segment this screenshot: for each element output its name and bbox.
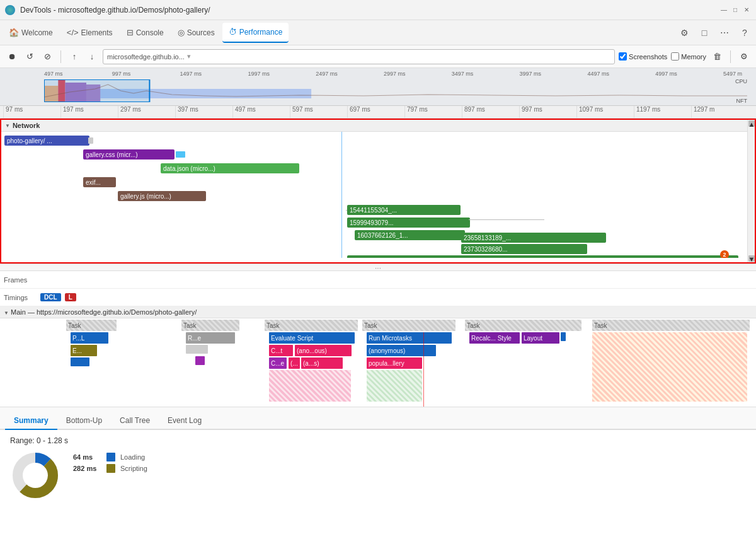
legend-scripting-color bbox=[106, 464, 115, 473]
tab-elements[interactable]: </> Elements bbox=[60, 23, 119, 43]
task-bar-2: Task bbox=[265, 320, 358, 331]
console-icon: ⊟ bbox=[127, 28, 134, 37]
l-badge: L bbox=[65, 293, 76, 301]
title-bar: DevTools - microsoftedge.github.io/Demos… bbox=[0, 0, 756, 20]
network-bar-label-8: 23658133189_... bbox=[464, 235, 511, 241]
network-bar-label-2: data.json (micro...) bbox=[163, 165, 215, 172]
ruler-label-6: 697 ms bbox=[347, 106, 404, 118]
tab-welcome-label: Welcome bbox=[21, 28, 53, 37]
toolbar-separator-2 bbox=[730, 50, 731, 63]
legend-scripting: 282 ms Scripting bbox=[73, 464, 147, 473]
close-button[interactable]: ✕ bbox=[742, 6, 751, 15]
summary-range: Range: 0 - 1.28 s bbox=[10, 436, 746, 445]
tab-summary[interactable]: Summary bbox=[5, 412, 57, 430]
url-text: microsoftedge.github.io... bbox=[107, 53, 185, 61]
network-bar-label-5: 15441155304_... bbox=[350, 207, 397, 214]
elements-icon: </> bbox=[67, 28, 79, 37]
network-collapse-arrow[interactable]: ▼ bbox=[5, 123, 10, 129]
download-button[interactable]: ↓ bbox=[85, 50, 99, 64]
ruler-label-11: 1197 ms bbox=[634, 106, 691, 118]
url-dropdown[interactable]: ▾ bbox=[187, 52, 191, 61]
network-bar-label-6: 15999493079... bbox=[350, 219, 394, 226]
task-bar-4: Task bbox=[465, 320, 581, 331]
network-bar-1b bbox=[176, 151, 185, 158]
memory-checkbox[interactable] bbox=[671, 52, 679, 61]
task-bar-anonymous: (anonymous) bbox=[367, 345, 436, 356]
task-bar-0: Task bbox=[66, 320, 117, 331]
ruler-label-1: 197 ms bbox=[60, 106, 118, 118]
network-bar-7: 16037662126_1... bbox=[355, 230, 465, 240]
cpu-overview-chart bbox=[44, 79, 747, 102]
summary-content: 64 ms Loading 282 ms Scripting bbox=[10, 450, 746, 501]
tab-sources-label: Sources bbox=[187, 28, 215, 37]
tab-bottom-up[interactable]: Bottom-Up bbox=[57, 412, 111, 430]
help-icon[interactable]: ? bbox=[736, 24, 753, 42]
section-divider[interactable]: ··· bbox=[0, 264, 756, 271]
network-title: Network bbox=[13, 122, 40, 129]
legend-loading: 64 ms Loading bbox=[73, 453, 147, 461]
task-flame-green bbox=[367, 370, 422, 402]
overview-label-1: 997 ms bbox=[112, 71, 180, 77]
dcl-badge: DCL bbox=[40, 293, 61, 301]
settings-gear-icon[interactable]: ⚙ bbox=[737, 50, 751, 64]
screenshots-label: Screenshots bbox=[629, 53, 667, 61]
task-bar-as: (a...s) bbox=[301, 357, 343, 369]
frames-label: Frames bbox=[4, 276, 27, 284]
overview-label-5: 2997 ms bbox=[384, 71, 452, 77]
screenshots-checkbox[interactable] bbox=[619, 52, 627, 61]
scrollbar-up-arrow[interactable]: ▲ bbox=[748, 120, 755, 127]
tab-welcome[interactable]: 🏠 Welcome bbox=[3, 23, 59, 43]
sources-icon: ◎ bbox=[178, 28, 185, 37]
network-bar-5: 15441155304_... bbox=[347, 205, 461, 215]
timings-label: Timings bbox=[4, 294, 28, 301]
browser-logo bbox=[5, 5, 15, 15]
main-thread-section: ▼ Main — https://microsoftedge.github.io… bbox=[0, 306, 756, 407]
reload-button[interactable]: ↺ bbox=[23, 50, 37, 64]
url-display: microsoftedge.github.io... ▾ bbox=[103, 49, 615, 64]
network-scrollbar[interactable]: ▲ ▼ bbox=[747, 120, 755, 262]
task-bar-5: Task bbox=[592, 320, 750, 331]
dock-icon[interactable]: □ bbox=[696, 24, 713, 42]
task-bar-dots: (... bbox=[289, 357, 300, 369]
window-title: DevTools - microsoftedge.github.io/Demos… bbox=[20, 6, 714, 15]
tab-console[interactable]: ⊟ Console bbox=[120, 23, 170, 43]
minimize-button[interactable]: — bbox=[719, 6, 728, 15]
clear-button[interactable]: ⊘ bbox=[40, 50, 54, 64]
performance-icon: ⏱ bbox=[229, 27, 237, 37]
task-bar-e: E... bbox=[71, 345, 97, 356]
legend-loading-label: Loading bbox=[120, 453, 145, 461]
settings-icon[interactable]: ⚙ bbox=[675, 24, 693, 42]
frames-row: Frames bbox=[0, 271, 756, 289]
main-collapse-arrow[interactable]: ▼ bbox=[4, 310, 9, 316]
main-thread-title: Main — https://microsoftedge.github.io/D… bbox=[11, 308, 197, 316]
network-section-header: ▼ Network bbox=[1, 120, 747, 132]
ruler-label-3: 397 ms bbox=[175, 106, 232, 118]
task-bar-microtasks: Run Microtasks bbox=[367, 332, 452, 344]
task-bar-blue-small bbox=[71, 357, 89, 366]
network-bar-label-3: exif... bbox=[86, 179, 101, 186]
tab-performance[interactable]: ⏱ Performance bbox=[222, 23, 289, 43]
scrollbar-down-arrow[interactable]: ▼ bbox=[748, 255, 755, 262]
tab-call-tree[interactable]: Call Tree bbox=[111, 412, 159, 430]
task-bar-r-small bbox=[186, 345, 208, 354]
overview-label-6: 3497 ms bbox=[452, 71, 520, 77]
overview-label-9: 4997 ms bbox=[655, 71, 723, 77]
task-bar-popula: popula...llery bbox=[367, 357, 422, 369]
trash-icon[interactable]: 🗑 bbox=[710, 50, 724, 64]
task-bar-3: Task bbox=[362, 320, 455, 331]
timings-badges: DCL L bbox=[40, 293, 76, 301]
network-bar-6: 15999493079... bbox=[347, 218, 470, 228]
record-button[interactable]: ⏺ bbox=[5, 50, 19, 64]
task-bar-pl: P...L bbox=[71, 332, 108, 344]
tab-bar-end: ⚙ □ ⋯ ? bbox=[675, 24, 753, 42]
overview-label-10: 5497 m bbox=[723, 71, 748, 77]
more-icon[interactable]: ⋯ bbox=[716, 24, 733, 42]
network-bar-9: 23730328680... bbox=[461, 244, 587, 254]
tab-event-log[interactable]: Event Log bbox=[159, 412, 210, 430]
maximize-button[interactable]: □ bbox=[731, 6, 740, 15]
tab-performance-label: Performance bbox=[239, 28, 283, 37]
task-flame-orange bbox=[592, 332, 747, 402]
task-bar-layout: Layout bbox=[522, 332, 559, 344]
upload-button[interactable]: ↑ bbox=[67, 50, 81, 64]
tab-sources[interactable]: ◎ Sources bbox=[171, 23, 221, 43]
